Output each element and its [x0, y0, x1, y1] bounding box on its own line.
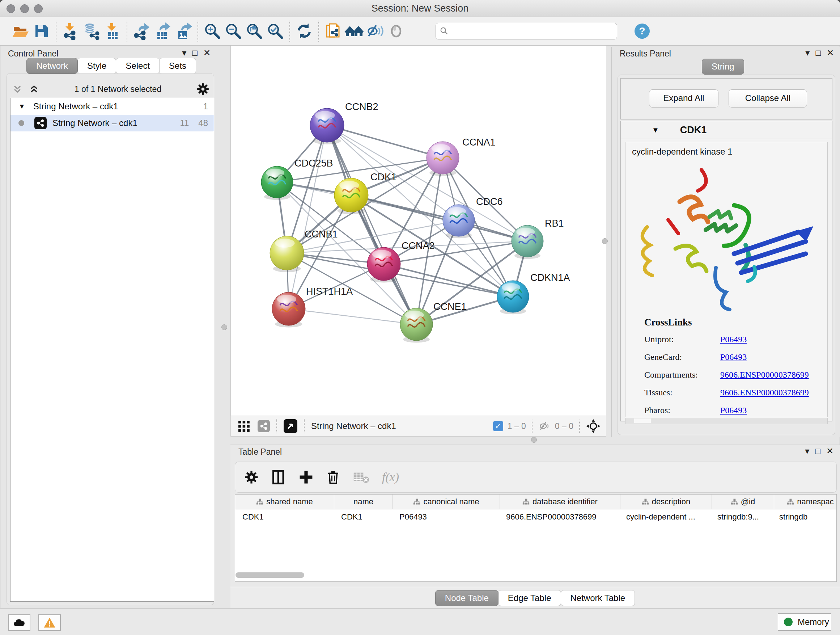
export-table-button[interactable]: [152, 21, 173, 41]
search-field[interactable]: [436, 23, 617, 40]
network-label: String Network – cdk1: [52, 118, 137, 128]
export-image-button[interactable]: [173, 21, 194, 41]
tab-string-results[interactable]: String: [702, 59, 744, 74]
control-panel: Control Panel ▾□✕ NetworkStyleSelectSets…: [3, 47, 217, 608]
cloud-status-button[interactable]: [8, 614, 30, 631]
help-button[interactable]: ?: [632, 21, 653, 41]
crosslink-row: Compartments:9606.ENSP00000378699: [644, 370, 827, 380]
zoom-out-button[interactable]: [223, 21, 244, 41]
tab-select[interactable]: Select: [116, 58, 159, 74]
search-input[interactable]: [449, 26, 613, 36]
tab-edge-table[interactable]: Edge Table: [498, 590, 561, 606]
collapse-all-button[interactable]: Collapse All: [729, 89, 807, 108]
export-network-button[interactable]: [131, 21, 152, 41]
crosslink-link[interactable]: P06493: [720, 405, 747, 415]
tab-sets[interactable]: Sets: [159, 58, 196, 74]
panel-close-icon[interactable]: ✕: [827, 48, 834, 57]
column-header[interactable]: canonical name: [393, 494, 500, 509]
crosslink-link[interactable]: 9606.ENSP00000378699: [720, 388, 809, 397]
crosslinks-heading: CrossLinks: [644, 317, 827, 328]
results-scrollbar[interactable]: [625, 418, 828, 424]
panel-collapse-icon[interactable]: ▾: [182, 48, 192, 57]
table-cell[interactable]: stringdb: [772, 509, 837, 524]
table-horizontal-scrollbar[interactable]: [235, 572, 304, 578]
status-bar: Memory: [0, 608, 840, 635]
zoom-fit-button[interactable]: [244, 21, 265, 41]
crosslink-link[interactable]: 9606.ENSP00000378699: [720, 370, 809, 380]
fit-crosshair-icon[interactable]: [586, 418, 601, 434]
zoom-selected-button[interactable]: [265, 21, 286, 41]
column-header[interactable]: name: [334, 494, 393, 509]
node-label-CDK1: CDK1: [370, 172, 396, 182]
open-session-button[interactable]: [10, 21, 31, 41]
home-button[interactable]: [344, 21, 365, 41]
crosslink-link[interactable]: P06493: [720, 334, 747, 344]
presentation-mode-button[interactable]: [386, 21, 407, 41]
column-header[interactable]: shared name: [235, 494, 334, 509]
collapse-all-icon[interactable]: [11, 83, 23, 95]
save-floppy-icon: [33, 22, 50, 40]
tree-expander-icon[interactable]: ▼: [19, 103, 25, 111]
results-panel-window-buttons: ▾□✕: [805, 48, 834, 58]
import-network-from-database-button[interactable]: [81, 21, 102, 41]
network-tree: ▼ String Network – cdk1 1 String Network…: [10, 98, 214, 602]
table-options-gear-icon[interactable]: [244, 470, 259, 485]
options-gear-icon[interactable]: [196, 82, 210, 96]
refresh-layout-button[interactable]: [294, 21, 315, 41]
show-columns-icon[interactable]: [271, 469, 286, 485]
node-table[interactable]: shared namenamecanonical namedatabase id…: [235, 494, 837, 582]
column-header[interactable]: database identifier: [500, 494, 621, 509]
crosslink-link[interactable]: P06493: [720, 352, 747, 362]
table-cell[interactable]: cyclin-dependent ...: [619, 509, 710, 524]
column-header[interactable]: namespac: [774, 494, 837, 509]
table-header-row: shared namenamecanonical namedatabase id…: [235, 494, 836, 509]
warnings-button[interactable]: [38, 614, 61, 631]
panel-collapse-icon[interactable]: ▾: [805, 48, 815, 57]
expand-all-button[interactable]: Expand All: [649, 89, 718, 108]
zoom-in-button[interactable]: [202, 21, 223, 41]
panel-float-icon[interactable]: □: [815, 446, 826, 456]
import-table-button[interactable]: [102, 21, 123, 41]
selected-checkbox-icon[interactable]: ✓: [493, 421, 503, 431]
table-cell[interactable]: CDK1: [235, 509, 334, 524]
horizontal-splitter-handle[interactable]: [531, 437, 537, 443]
right-splitter-handle[interactable]: [602, 238, 608, 244]
network-row[interactable]: String Network – cdk1 11 48: [11, 115, 214, 131]
table-cell[interactable]: 9606.ENSP00000378699: [499, 509, 619, 524]
node-label-RB1: RB1: [545, 218, 564, 229]
save-session-button[interactable]: [31, 21, 52, 41]
control-panel-window-buttons: ▾□✕: [182, 48, 210, 58]
hidden-eye-icon: [538, 420, 551, 432]
birds-eye-view-icon[interactable]: [284, 419, 297, 433]
node-label-HIST1H1A: HIST1H1A: [306, 286, 353, 297]
tab-network-table[interactable]: Network Table: [561, 590, 635, 606]
grid-view-icon[interactable]: [237, 419, 251, 433]
network-share-view-icon[interactable]: [257, 420, 270, 432]
table-cell[interactable]: P06493: [392, 509, 499, 524]
tab-style[interactable]: Style: [77, 58, 116, 74]
network-collection-row[interactable]: ▼ String Network – cdk1 1: [11, 98, 214, 115]
table-row[interactable]: CDK1CDK1P064939606.ENSP00000378699cyclin…: [235, 509, 836, 524]
memory-button[interactable]: Memory: [778, 613, 831, 631]
panel-float-icon[interactable]: □: [815, 48, 827, 57]
panel-close-icon[interactable]: ✕: [826, 446, 834, 456]
tab-node-table[interactable]: Node Table: [435, 590, 499, 606]
panel-float-icon[interactable]: □: [192, 48, 203, 57]
column-header[interactable]: @id: [712, 494, 774, 509]
import-network-button[interactable]: [60, 21, 81, 41]
hide-panels-button[interactable]: [365, 21, 386, 41]
panel-collapse-icon[interactable]: ▾: [805, 446, 815, 456]
network-canvas[interactable]: CCNB2CCNA1CDC25BCDK1CDC6RB1CCNB1CCNA2CDK…: [231, 46, 606, 416]
left-splitter-handle[interactable]: [221, 325, 227, 330]
panel-close-icon[interactable]: ✕: [203, 48, 210, 57]
delete-column-icon[interactable]: [325, 469, 341, 485]
table-cell[interactable]: CDK1: [334, 509, 392, 524]
crosslink-label: GeneCard:: [644, 352, 720, 362]
table-cell[interactable]: stringdb:9...: [710, 509, 772, 524]
share-session-file-button[interactable]: [323, 21, 344, 41]
expand-all-icon[interactable]: [28, 83, 40, 95]
tab-network[interactable]: Network: [27, 58, 78, 74]
gene-expander-icon[interactable]: ▼: [652, 126, 659, 134]
column-header[interactable]: description: [621, 494, 712, 509]
create-column-icon[interactable]: [298, 469, 314, 485]
